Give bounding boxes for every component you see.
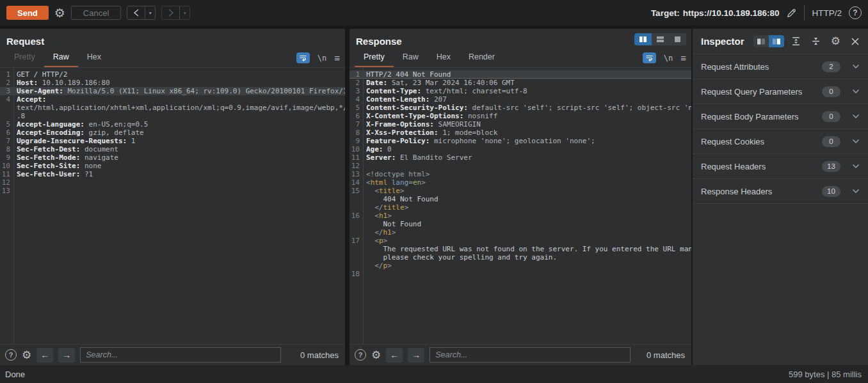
editor-line[interactable]: please check your spelling and try again… bbox=[350, 253, 691, 262]
history-back-dropdown[interactable]: ▾ bbox=[145, 6, 155, 19]
editor-line[interactable]: 2Date: Sat, 23 Mar 2024 16:40:06 GMT bbox=[350, 79, 691, 87]
request-menu-icon[interactable]: ≡ bbox=[334, 53, 340, 63]
editor-line[interactable]: Not Found bbox=[350, 220, 691, 228]
editor-line[interactable]: 9Feature-Policy: microphone 'none'; geol… bbox=[350, 137, 691, 145]
editor-line[interactable]: 404 Not Found bbox=[350, 195, 691, 203]
inspector-section-request-attributes[interactable]: Request Attributes2 bbox=[693, 54, 868, 79]
chevron-down-icon[interactable] bbox=[852, 64, 860, 69]
editor-line[interactable]: 7X-Frame-Options: SAMEORIGIN bbox=[350, 120, 691, 129]
edit-target-pencil-icon[interactable] bbox=[786, 8, 797, 19]
editor-line[interactable]: 15 <title> bbox=[350, 187, 691, 195]
editor-line[interactable]: 3Content-Type: text/html; charset=utf-8 bbox=[350, 87, 691, 95]
inspector-section-request-body-parameters[interactable]: Request Body Parameters0 bbox=[693, 104, 868, 129]
response-match-count: 0 matches bbox=[647, 350, 685, 360]
tab-request-hex[interactable]: Hex bbox=[78, 49, 110, 67]
editor-line[interactable]: The requested URL was not found on the s… bbox=[350, 245, 691, 253]
history-back-button[interactable] bbox=[127, 6, 145, 19]
tab-request-raw[interactable]: Raw bbox=[44, 49, 78, 67]
editor-line[interactable]: 8Sec-Fetch-Dest: document bbox=[0, 145, 345, 153]
editor-line[interactable]: 7Upgrade-Insecure-Requests: 1 bbox=[0, 137, 345, 145]
show-newlines-icon[interactable]: \n bbox=[664, 54, 673, 63]
editor-line[interactable]: 8X-Xss-Protection: 1; mode=block bbox=[350, 129, 691, 137]
chevron-down-icon[interactable] bbox=[852, 139, 860, 144]
editor-line[interactable]: 4Content-Length: 207 bbox=[350, 95, 691, 104]
request-editor[interactable]: 1GET / HTTP/22Host: 10.10.189.186:803Use… bbox=[0, 68, 345, 344]
search-help-icon[interactable]: ? bbox=[355, 349, 366, 361]
search-help-icon[interactable]: ? bbox=[5, 349, 17, 361]
editor-line[interactable]: 4Accept: bbox=[0, 95, 345, 104]
editor-line[interactable]: 6X-Content-Type-Options: nosniff bbox=[350, 112, 691, 120]
editor-line[interactable]: 10Sec-Fetch-Site: none bbox=[0, 162, 345, 170]
layout-rows-icon[interactable] bbox=[652, 33, 669, 45]
chevron-down-icon[interactable] bbox=[852, 189, 860, 194]
editor-line[interactable]: 17 <p> bbox=[350, 237, 691, 245]
editor-line[interactable]: 3User-Agent: Mozilla/5.0 (X11; Linux x86… bbox=[0, 87, 345, 95]
response-search-input[interactable] bbox=[430, 347, 631, 363]
tab-request-pretty[interactable]: Pretty bbox=[5, 49, 44, 67]
expand-all-icon[interactable] bbox=[791, 36, 801, 46]
send-button[interactable]: Send bbox=[6, 6, 49, 20]
editor-line[interactable]: text/html,application/xhtml+xml,applicat… bbox=[0, 104, 345, 112]
response-menu-icon[interactable]: ≡ bbox=[680, 53, 686, 63]
line-number: 1 bbox=[0, 70, 13, 79]
history-forward-dropdown[interactable]: ▾ bbox=[179, 6, 189, 19]
editor-line[interactable]: .8 bbox=[0, 112, 345, 120]
search-settings-gear-icon[interactable]: ⚙ bbox=[371, 350, 381, 361]
request-searchbar: ? ⚙ ← → 0 matches bbox=[0, 344, 345, 365]
editor-line[interactable]: 6Accept-Encoding: gzip, deflate bbox=[0, 129, 345, 137]
editor-line[interactable]: 16 <h1> bbox=[350, 212, 691, 220]
editor-line-text: Content-Type: text/html; charset=utf-8 bbox=[363, 87, 527, 95]
close-icon[interactable] bbox=[851, 37, 860, 46]
editor-line[interactable]: 18 bbox=[350, 270, 691, 278]
editor-line[interactable]: 11Server: El Bandito Server bbox=[350, 153, 691, 162]
layout-single-icon[interactable] bbox=[669, 33, 686, 45]
editor-line[interactable]: 9Sec-Fetch-Mode: navigate bbox=[0, 153, 345, 162]
editor-line[interactable]: 1GET / HTTP/2 bbox=[0, 70, 345, 79]
editor-line[interactable]: 12 bbox=[350, 162, 691, 170]
dock-right-icon[interactable] bbox=[769, 35, 784, 47]
editor-line[interactable]: </h1> bbox=[350, 228, 691, 237]
search-prev-button[interactable]: ← bbox=[36, 348, 53, 363]
editor-line[interactable]: 13 bbox=[0, 187, 345, 195]
search-next-button[interactable]: → bbox=[408, 348, 424, 363]
word-wrap-icon[interactable] bbox=[643, 52, 656, 63]
editor-line[interactable]: </title> bbox=[350, 203, 691, 212]
history-forward-button[interactable] bbox=[162, 6, 179, 19]
tab-response-raw[interactable]: Raw bbox=[394, 49, 428, 67]
editor-line[interactable]: 5Content-Security-Policy: default-src 's… bbox=[350, 104, 691, 112]
inspector-settings-gear-icon[interactable]: ⚙ bbox=[831, 36, 840, 47]
inspector-section-request-headers[interactable]: Request Headers13 bbox=[693, 154, 868, 179]
editor-line[interactable]: 13<!doctype html> bbox=[350, 170, 691, 178]
show-newlines-icon[interactable]: \n bbox=[317, 54, 326, 63]
help-icon[interactable]: ? bbox=[849, 6, 862, 19]
dock-left-icon[interactable] bbox=[753, 35, 769, 47]
response-editor[interactable]: 1HTTP/2 404 Not Found2Date: Sat, 23 Mar … bbox=[350, 68, 691, 344]
chevron-down-icon[interactable] bbox=[852, 89, 860, 94]
tab-response-pretty[interactable]: Pretty bbox=[355, 49, 394, 67]
inspector-section-request-cookies[interactable]: Request Cookies0 bbox=[693, 129, 868, 154]
editor-line[interactable]: 5Accept-Language: en-US,en;q=0.5 bbox=[0, 120, 345, 129]
editor-line[interactable]: 2Host: 10.10.189.186:80 bbox=[0, 79, 345, 87]
request-search-input[interactable] bbox=[80, 347, 281, 363]
collapse-all-icon[interactable] bbox=[811, 36, 821, 46]
inspector-section-request-query-parameters[interactable]: Request Query Parameters0 bbox=[693, 79, 868, 104]
inspector-section-response-headers[interactable]: Response Headers10 bbox=[693, 179, 868, 204]
cancel-button[interactable]: Cancel bbox=[71, 6, 121, 20]
editor-line[interactable]: 12 bbox=[0, 178, 345, 187]
search-next-button[interactable]: → bbox=[58, 348, 75, 363]
chevron-down-icon[interactable] bbox=[852, 114, 860, 119]
editor-line[interactable]: 1HTTP/2 404 Not Found bbox=[350, 70, 691, 79]
editor-line[interactable]: 11Sec-Fetch-User: ?1 bbox=[0, 170, 345, 178]
editor-line[interactable]: 14<html lang=en> bbox=[350, 178, 691, 187]
search-prev-button[interactable]: ← bbox=[386, 348, 403, 363]
tab-response-render[interactable]: Render bbox=[460, 49, 504, 67]
editor-line[interactable]: </p> bbox=[350, 262, 691, 270]
word-wrap-icon[interactable] bbox=[296, 52, 310, 63]
layout-columns-icon[interactable] bbox=[634, 33, 652, 45]
line-number bbox=[350, 195, 363, 203]
send-settings-gear-icon[interactable]: ⚙ bbox=[54, 7, 65, 19]
search-settings-gear-icon[interactable]: ⚙ bbox=[22, 350, 31, 361]
chevron-down-icon[interactable] bbox=[852, 164, 860, 169]
tab-response-hex[interactable]: Hex bbox=[428, 49, 460, 67]
editor-line[interactable]: 10Age: 0 bbox=[350, 145, 691, 153]
